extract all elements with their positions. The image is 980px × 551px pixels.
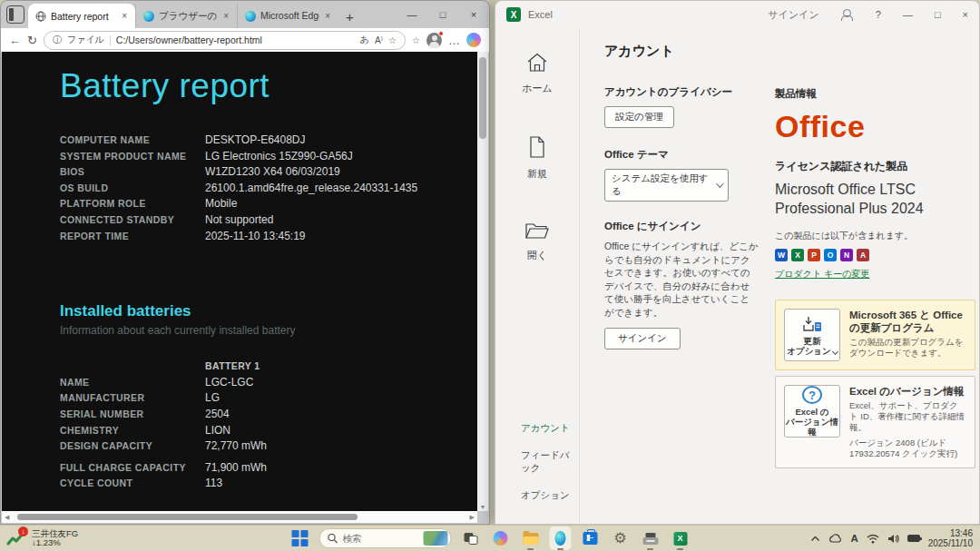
tab-close-icon[interactable]: ×	[121, 11, 128, 21]
tab-edge-welcome[interactable]: Microsoft Edge へよ ×	[237, 4, 338, 28]
maximize-button[interactable]: □	[935, 9, 941, 20]
close-button[interactable]: ×	[963, 9, 968, 20]
page-title: アカウント	[604, 43, 979, 60]
favorites-hub-icon[interactable]: ☆	[412, 35, 420, 45]
widgets-button[interactable]: ↓ 三井住友FG ↓1.23%	[6, 529, 78, 548]
sidebar-item-account[interactable]: アカウント	[521, 415, 570, 442]
tab-customize-browser[interactable]: ブラウザーのカスタマイズ ×	[135, 4, 237, 28]
translate-icon[interactable]: あ	[360, 34, 369, 46]
scroll-right-icon[interactable]: ▶	[470, 514, 475, 521]
horizontal-scrollbar[interactable]: ◀ ▶	[2, 511, 477, 523]
sign-in-button[interactable]: サインイン	[604, 328, 681, 349]
sidebar-item-options[interactable]: オプション	[521, 482, 570, 509]
hidden-icons-chevron-icon[interactable]	[810, 536, 820, 542]
update-options-button[interactable]: 更新オプション	[784, 309, 840, 361]
tab-close-icon[interactable]: ×	[324, 11, 331, 21]
update-icon	[802, 315, 822, 333]
folder-icon	[523, 533, 538, 545]
minimize-button[interactable]: —	[397, 1, 427, 28]
section-subtitle: Information about each currently install…	[60, 324, 477, 337]
copilot-taskbar-button[interactable]	[490, 526, 512, 550]
update-box-description: この製品の更新プログラムをダウンロードできます。	[849, 337, 966, 359]
address-divider	[110, 35, 111, 45]
volume-icon[interactable]	[887, 534, 899, 544]
signin-description: Office にサインインすれば、どこからでも自分のドキュメントにアクセスできま…	[604, 240, 759, 319]
sidebar-item-new[interactable]: 新規	[526, 135, 548, 181]
add-favorite-icon[interactable]: ☆	[388, 35, 397, 45]
edge-taskbar-button[interactable]	[550, 526, 572, 550]
system-info-table: COMPUTER NAMEDESKTOP-E6408DJ SYSTEM PROD…	[60, 133, 477, 244]
microsoft-store-button[interactable]	[580, 526, 602, 550]
search-highlight-image[interactable]	[424, 531, 448, 546]
address-bar[interactable]: ⓘ ファイル C:/Users/owner/battery-report.htm…	[44, 31, 406, 50]
more-menu-icon[interactable]: …	[448, 34, 460, 47]
table-row: OS BUILD26100.1.amd64fre.ge_release.2403…	[60, 181, 477, 197]
excel-taskbar-button[interactable]: X	[670, 526, 691, 550]
read-aloud-icon[interactable]: A⁾	[375, 35, 383, 45]
gear-icon: ⚙	[613, 531, 626, 546]
sidebar-item-feedback[interactable]: フィードバック	[521, 442, 579, 482]
refresh-icon[interactable]: ↻	[27, 34, 37, 47]
tab-title: Microsoft Edge へよ	[260, 10, 319, 23]
scrollbar-thumb[interactable]	[17, 514, 358, 520]
page-info-icon[interactable]: ⓘ	[53, 34, 62, 46]
start-button[interactable]	[289, 526, 311, 550]
globe-icon	[35, 11, 46, 22]
taskbar-search[interactable]	[319, 528, 452, 548]
table-row: CHEMISTRYLION	[60, 423, 477, 439]
tab-actions-icon[interactable]	[6, 5, 24, 24]
table-row: MANUFACTURERLG	[60, 390, 477, 407]
battery-info-table: NAMELGC-LGC MANUFACTURERLG SERIAL NUMBER…	[60, 375, 477, 492]
clock[interactable]: 13:46 2025/11/10	[928, 528, 973, 548]
minimize-button[interactable]: —	[903, 9, 913, 20]
copilot-icon[interactable]	[466, 33, 481, 47]
change-product-key-link[interactable]: プロダクト キーの変更	[775, 268, 869, 280]
table-row: BIOSW1ZD1230 X64 06/03/2019	[60, 164, 477, 181]
new-tab-button[interactable]: +	[346, 9, 354, 25]
tab-strip: Battery report × ブラウザーのカスタマイズ × Microsof…	[1, 1, 489, 28]
table-row: NAMELGC-LGC	[60, 375, 477, 391]
vertical-scrollbar[interactable]: ▼	[477, 52, 488, 511]
scroll-left-icon[interactable]: ◀	[5, 514, 9, 521]
about-box-description: Excel、サポート、プロダクト ID、著作権に関する詳細情報。	[849, 400, 966, 433]
battery-icon[interactable]	[907, 535, 920, 542]
edge-logo-icon	[245, 11, 256, 22]
office-theme-dropdown[interactable]: システム設定を使用する	[604, 169, 729, 202]
url-text[interactable]: C:/Users/owner/battery-report.html	[116, 34, 355, 45]
ribbon-display-options-icon[interactable]	[841, 8, 854, 21]
sidebar-item-home[interactable]: ホーム	[522, 52, 553, 95]
maximize-button[interactable]: □	[427, 1, 458, 28]
stock-chart-icon: ↓	[6, 529, 26, 547]
onedrive-cloud-icon[interactable]	[828, 534, 842, 543]
running-indicator	[527, 548, 534, 551]
utility-app-button[interactable]	[640, 526, 662, 550]
search-input[interactable]	[343, 533, 414, 544]
file-explorer-button[interactable]	[520, 526, 542, 550]
scroll-down-icon[interactable]: ▼	[477, 504, 488, 510]
profile-avatar[interactable]	[426, 33, 442, 48]
manage-settings-button[interactable]: 設定の管理	[604, 106, 674, 128]
task-view-button[interactable]	[460, 526, 482, 550]
close-button[interactable]: ×	[458, 1, 489, 28]
battery-column-header: BATTERY 1	[205, 359, 477, 375]
table-row: PLATFORM ROLEMobile	[60, 196, 477, 212]
copilot-icon	[494, 531, 508, 546]
scrollbar-thumb[interactable]	[479, 57, 486, 139]
table-row: SERIAL NUMBER2504	[60, 407, 477, 423]
about-excel-button[interactable]: ? Excel のバージョン情報	[784, 385, 840, 438]
sign-in-link[interactable]: サインイン	[768, 8, 818, 22]
back-icon[interactable]: ←	[9, 34, 21, 47]
tab-close-icon[interactable]: ×	[222, 11, 230, 21]
office-theme-heading: Office テーマ	[604, 148, 775, 162]
help-button[interactable]: ?	[876, 9, 881, 20]
sidebar-item-open[interactable]: 開く	[524, 221, 550, 262]
ime-indicator[interactable]: A	[850, 533, 858, 544]
edge-logo-icon	[555, 531, 566, 546]
running-indicator	[557, 548, 564, 551]
product-info-heading: 製品情報	[775, 87, 975, 101]
tab-battery-report[interactable]: Battery report ×	[28, 4, 135, 28]
settings-button[interactable]: ⚙	[610, 526, 632, 550]
wifi-icon[interactable]	[867, 534, 879, 544]
product-name: Microsoft Office LTSC Professional Plus …	[775, 180, 956, 218]
update-box-title: Microsoft 365 と Office の更新プログラム	[849, 309, 966, 334]
